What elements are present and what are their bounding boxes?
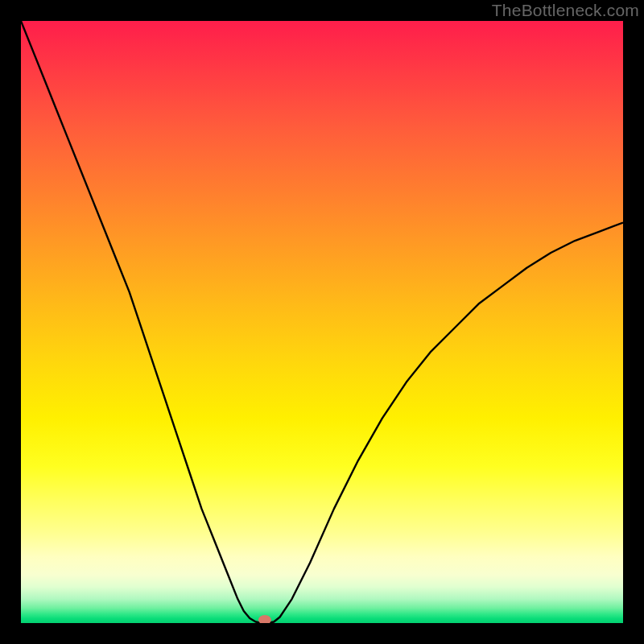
plot-area	[21, 21, 623, 623]
chart-container: TheBottleneck.com	[0, 0, 644, 644]
optimum-marker	[258, 615, 271, 623]
bottleneck-curve	[21, 21, 623, 623]
curve-svg	[21, 21, 623, 623]
watermark-text: TheBottleneck.com	[492, 1, 639, 20]
